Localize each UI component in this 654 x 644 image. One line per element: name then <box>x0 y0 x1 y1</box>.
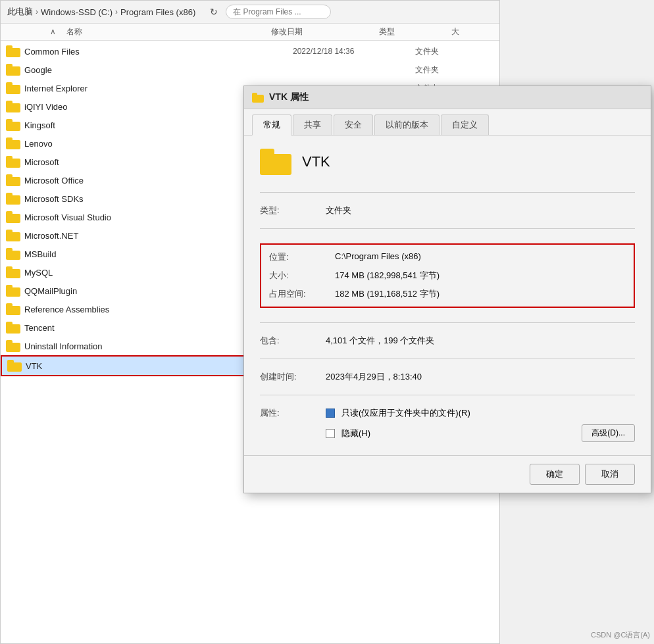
list-item[interactable]: Common Files 2022/12/18 14:36 文件夹 <box>1 42 499 61</box>
address-bar: ↻ <box>206 5 493 19</box>
breadcrumb: 此电脑 › Windows-SSD (C:) › Program Files (… <box>7 6 195 18</box>
dialog-content: VTK 类型: 文件夹 位置: C:\Program Files (x86) 大… <box>244 136 651 455</box>
folder-icon <box>6 230 20 241</box>
divider-5 <box>260 395 635 395</box>
folder-icon <box>6 248 20 260</box>
contains-row: 包含: 4,101 个文件，199 个文件夹 <box>260 335 635 347</box>
folder-icon <box>6 156 20 168</box>
folder-icon <box>6 285 20 297</box>
folder-icon <box>6 137 20 149</box>
list-item[interactable]: Google 文件夹 <box>1 61 499 79</box>
location-value: C:\Program Files (x86) <box>335 251 626 263</box>
folder-icon <box>6 174 20 186</box>
dialog-footer: 确定 取消 <box>244 455 651 493</box>
item-date: 2022/12/18 14:36 <box>293 47 411 56</box>
type-value: 文件夹 <box>326 205 635 216</box>
hidden-row: 隐藏(H) 高级(D)... <box>326 424 635 442</box>
dialog-tab-常规[interactable]: 常规 <box>252 114 291 136</box>
col-header-date[interactable]: 修改日期 <box>271 26 379 37</box>
breadcrumb-part-drive[interactable]: Windows-SSD (C:) <box>41 7 113 17</box>
explorer-titlebar: 此电脑 › Windows-SSD (C:) › Program Files (… <box>1 1 499 24</box>
dialog-title-text: VTK 属性 <box>269 91 309 103</box>
item-type: 文件夹 <box>415 46 494 57</box>
dialog-tab-以前的版本[interactable]: 以前的版本 <box>374 114 440 135</box>
col-header-type[interactable]: 类型 <box>379 26 451 37</box>
folder-icon <box>6 303 20 315</box>
location-label: 位置: <box>269 251 335 263</box>
highlighted-info-section: 位置: C:\Program Files (x86) 大小: 174 MB (1… <box>260 243 635 308</box>
divider-3 <box>260 322 635 323</box>
column-headers: ∧ 名称 修改日期 类型 大 <box>1 24 499 41</box>
type-label: 类型: <box>260 205 326 216</box>
sort-up-arrow: ∧ <box>47 27 59 37</box>
col-header-name[interactable]: 名称 <box>66 26 271 37</box>
highlighted-grid: 位置: C:\Program Files (x86) 大小: 174 MB (1… <box>269 251 626 300</box>
search-input[interactable] <box>226 5 331 19</box>
folder-icon <box>6 211 20 223</box>
folder-icon <box>6 64 20 76</box>
col-header-size[interactable]: 大 <box>451 26 499 37</box>
divider-2 <box>260 228 635 229</box>
hidden-label: 隐藏(H) <box>341 428 370 439</box>
divider-4 <box>260 359 635 359</box>
breadcrumb-part-folder[interactable]: Program Files (x86) <box>120 7 195 17</box>
disk-size-label: 占用空间: <box>269 288 335 300</box>
folder-icon <box>6 45 20 57</box>
dialog-tab-安全[interactable]: 安全 <box>334 114 373 135</box>
folder-icon <box>6 266 20 278</box>
folder-icon <box>6 119 20 131</box>
properties-dialog: VTK 属性 常规共享安全以前的版本自定义 VTK 类型: 文件夹 位置: C:… <box>243 86 651 493</box>
cancel-button[interactable]: 取消 <box>585 464 635 485</box>
created-row: 创建时间: 2023年4月29日，8:13:40 <box>260 371 635 383</box>
disk-size-value: 182 MB (191,168,512 字节) <box>335 288 626 300</box>
readonly-row: 只读(仅应用于文件夹中的文件)(R) <box>326 407 635 419</box>
attr-label: 属性: <box>260 407 326 442</box>
type-row: 类型: 文件夹 <box>260 205 635 216</box>
size-label: 大小: <box>269 270 335 282</box>
advanced-button[interactable]: 高级(D)... <box>582 424 635 442</box>
item-name: Common Files <box>24 47 289 57</box>
dialog-tab-自定义[interactable]: 自定义 <box>441 114 489 135</box>
created-label: 创建时间: <box>260 371 326 383</box>
readonly-label: 只读(仅应用于文件夹中的文件)(R) <box>341 407 470 419</box>
ok-button[interactable]: 确定 <box>530 464 580 485</box>
attr-row: 属性: 只读(仅应用于文件夹中的文件)(R) 隐藏(H) 高级(D)... <box>260 407 635 442</box>
contains-value: 4,101 个文件，199 个文件夹 <box>326 335 635 347</box>
folder-name: VTK <box>302 153 330 170</box>
refresh-button[interactable]: ↻ <box>206 5 222 18</box>
breadcrumb-part-pc[interactable]: 此电脑 <box>7 6 33 18</box>
folder-icon <box>6 82 20 94</box>
dialog-tabs: 常规共享安全以前的版本自定义 <box>244 109 651 136</box>
created-value: 2023年4月29日，8:13:40 <box>326 371 635 383</box>
hidden-checkbox[interactable] <box>326 429 335 438</box>
watermark: CSDN @C语言(A) <box>591 630 650 640</box>
big-folder-icon <box>260 149 291 175</box>
contains-label: 包含: <box>260 335 326 347</box>
item-type: 文件夹 <box>415 64 494 76</box>
attr-section: 只读(仅应用于文件夹中的文件)(R) 隐藏(H) 高级(D)... <box>326 407 635 442</box>
dialog-titlebar: VTK 属性 <box>244 86 651 109</box>
dialog-folder-icon <box>252 93 264 103</box>
folder-header: VTK <box>260 149 635 175</box>
folder-icon <box>7 360 22 372</box>
folder-icon <box>6 340 20 352</box>
folder-icon <box>6 193 20 205</box>
dialog-tab-共享[interactable]: 共享 <box>293 114 332 135</box>
item-name: Google <box>24 65 289 75</box>
folder-icon <box>6 322 20 334</box>
readonly-checkbox[interactable] <box>326 409 335 418</box>
divider-1 <box>260 192 635 193</box>
size-value: 174 MB (182,998,541 字节) <box>335 270 626 282</box>
folder-icon <box>6 101 20 112</box>
